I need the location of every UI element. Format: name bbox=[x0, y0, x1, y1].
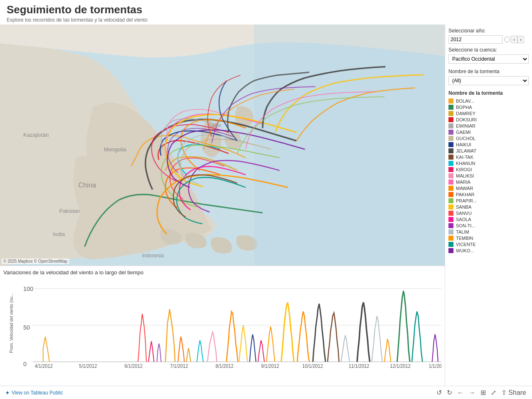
svg-text:12/1/2012: 12/1/2012 bbox=[390, 363, 411, 369]
legend-item[interactable]: EWINIAR bbox=[448, 123, 529, 128]
basin-select[interactable]: Pacífico Occidental Atlántico Norte Pací… bbox=[448, 54, 529, 64]
legend-item-label: PAKHAR bbox=[456, 192, 474, 197]
legend-item[interactable]: JELAWAT bbox=[448, 148, 529, 153]
svg-text:Indonesia: Indonesia bbox=[142, 253, 164, 259]
legend-item[interactable]: HAIKUI bbox=[448, 142, 529, 147]
legend-item[interactable]: MARIA bbox=[448, 180, 529, 185]
legend-color-swatch bbox=[448, 236, 453, 241]
legend-item[interactable]: TEMBIN bbox=[448, 236, 529, 241]
legend-item-label: PRAPIR... bbox=[456, 198, 477, 203]
legend-item-label: KIROGI bbox=[456, 167, 472, 172]
page-title: Seguimiento de tormentas bbox=[7, 3, 525, 16]
svg-text:100: 100 bbox=[23, 285, 33, 292]
legend-color-swatch bbox=[448, 204, 453, 209]
svg-text:China: China bbox=[79, 181, 97, 189]
svg-text:10/1/2012: 10/1/2012 bbox=[302, 363, 323, 369]
legend-item[interactable]: MAWAR bbox=[448, 186, 529, 191]
legend-item[interactable]: DOKSURI bbox=[448, 117, 529, 122]
share-button[interactable]: ⇧ Share bbox=[500, 388, 527, 397]
svg-text:Kazajistán: Kazajistán bbox=[23, 132, 49, 138]
legend-item[interactable]: SANBA bbox=[448, 204, 529, 209]
svg-text:India: India bbox=[53, 231, 65, 237]
svg-text:6/1/2012: 6/1/2012 bbox=[124, 363, 142, 369]
legend-item-label: HAIKUI bbox=[456, 142, 471, 147]
basin-label: Seleccione la cuenca: bbox=[448, 47, 529, 53]
svg-text:7/1/2012: 7/1/2012 bbox=[170, 363, 188, 369]
legend-item-label: SANVU bbox=[456, 211, 472, 216]
legend-item[interactable]: BOPHA bbox=[448, 105, 529, 110]
legend-item-label: SAOLA bbox=[456, 217, 471, 222]
legend-items: BOLAV... BOPHA DAMREY DOKSURI EWINIAR GA… bbox=[448, 99, 529, 253]
legend-item-label: MARIA bbox=[456, 180, 470, 185]
legend-color-swatch bbox=[448, 192, 453, 197]
legend-item[interactable]: PRAPIR... bbox=[448, 198, 529, 203]
svg-text:11/1/2012: 11/1/2012 bbox=[349, 363, 369, 369]
tableau-icon: ✦ bbox=[5, 389, 10, 396]
legend-item[interactable]: GUCHOL bbox=[448, 136, 529, 141]
legend-item[interactable]: TALIM bbox=[448, 229, 529, 234]
map-visualization[interactable]: Kazajistán Mongolia China Pakistan India… bbox=[0, 25, 445, 266]
chart-title: Variaciones de la velocidad del viento a… bbox=[3, 269, 441, 276]
legend-color-swatch bbox=[448, 211, 453, 216]
legend-color-swatch bbox=[448, 167, 453, 172]
back-button[interactable]: ← bbox=[456, 388, 465, 397]
legend-item-label: TALIM bbox=[456, 229, 469, 234]
legend-item-label: GUCHOL bbox=[456, 136, 475, 141]
legend-item[interactable]: WUKO... bbox=[448, 248, 529, 253]
bottom-right-icons: ↺ ↻ ← → ⊞ ⤢ ⇧ Share bbox=[436, 388, 527, 397]
svg-text:4/1/2012: 4/1/2012 bbox=[34, 363, 52, 369]
svg-text:8/1/2012: 8/1/2012 bbox=[215, 363, 233, 369]
year-input[interactable] bbox=[448, 35, 502, 44]
legend-color-swatch bbox=[448, 186, 453, 191]
chart-y-label: Prom. Velocidad del viento (nu... bbox=[10, 293, 14, 353]
legend-item[interactable]: DAMREY bbox=[448, 111, 529, 116]
legend-item[interactable]: SON-TI... bbox=[448, 223, 529, 228]
undo-button[interactable]: ↺ bbox=[436, 388, 443, 397]
legend-item[interactable]: SAOLA bbox=[448, 217, 529, 222]
year-label: Seleccionar año: bbox=[448, 28, 529, 34]
legend-item-label: GAEMI bbox=[456, 130, 470, 135]
legend-item-label: BOLAV... bbox=[456, 99, 474, 103]
legend-item[interactable]: KIROGI bbox=[448, 167, 529, 172]
legend-item-label: JELAWAT bbox=[456, 148, 476, 153]
legend-item-label: MALIKSI bbox=[456, 173, 474, 178]
legend-item-label: SON-TI... bbox=[456, 223, 475, 228]
legend-item-label: WUKO... bbox=[456, 248, 474, 253]
legend-color-swatch bbox=[448, 155, 453, 160]
tableau-link[interactable]: ✦ View on Tableau Public bbox=[5, 389, 63, 396]
svg-text:Japón: Japón bbox=[207, 123, 221, 128]
year-circle-icon bbox=[504, 37, 510, 42]
legend-item-label: BOPHA bbox=[456, 105, 472, 110]
wind-speed-chart: Variaciones de la velocidad del viento a… bbox=[0, 266, 445, 386]
legend-color-swatch bbox=[448, 111, 453, 116]
legend-item-label: VICENTE bbox=[456, 242, 476, 247]
legend-item-label: EWINIAR bbox=[456, 123, 475, 128]
legend-item[interactable]: PAKHAR bbox=[448, 192, 529, 197]
legend-item-label: KAI-TAK bbox=[456, 155, 473, 160]
storm-select[interactable]: (All) BOLAV... BOPHA DAMREY bbox=[448, 76, 529, 85]
legend-item[interactable]: BOLAV... bbox=[448, 99, 529, 103]
legend-item[interactable]: KAI-TAK bbox=[448, 155, 529, 160]
forward-button[interactable]: → bbox=[468, 388, 476, 397]
fullscreen-button[interactable]: ⤢ bbox=[490, 388, 497, 397]
layout-button[interactable]: ⊞ bbox=[480, 388, 487, 397]
svg-text:1/1/2013: 1/1/2013 bbox=[429, 363, 441, 369]
legend-color-swatch bbox=[448, 217, 453, 222]
legend-item[interactable]: SANVU bbox=[448, 211, 529, 216]
legend-color-swatch bbox=[448, 229, 453, 234]
year-next-button[interactable]: › bbox=[517, 36, 524, 43]
legend-item[interactable]: VICENTE bbox=[448, 242, 529, 247]
legend-item[interactable]: GAEMI bbox=[448, 130, 529, 135]
legend-item[interactable]: KHANUN bbox=[448, 161, 529, 166]
legend-color-swatch bbox=[448, 148, 453, 153]
page-subtitle: Explore los recorridos de las tormentas … bbox=[7, 17, 525, 23]
legend-item-label: SANBA bbox=[456, 204, 471, 209]
legend-item[interactable]: MALIKSI bbox=[448, 173, 529, 178]
storm-name-label: Nombre de la tormenta bbox=[448, 69, 529, 74]
year-prev-button[interactable]: ‹ bbox=[511, 36, 517, 43]
legend-color-swatch bbox=[448, 99, 453, 103]
bottom-bar: ✦ View on Tableau Public ↺ ↻ ← → ⊞ ⤢ ⇧ S… bbox=[0, 386, 532, 399]
legend-color-swatch bbox=[448, 117, 453, 122]
redo-button[interactable]: ↻ bbox=[446, 388, 453, 397]
svg-text:0: 0 bbox=[23, 361, 27, 368]
